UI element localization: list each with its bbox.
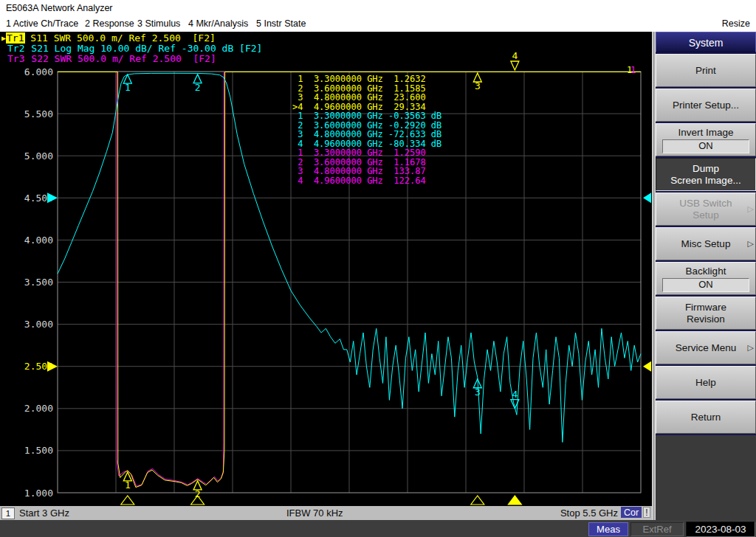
analyzer-window: E5063A Network Analyzer 1 Active Ch/Trac… — [0, 0, 756, 537]
menu-mkr-analysis[interactable]: 4 Mkr/Analysis — [188, 16, 248, 32]
system-clock: 2023-08-03 10:13 — [686, 522, 755, 537]
trace1-badge: Tr1 — [6, 32, 24, 44]
softkey-label: Revision — [656, 313, 755, 325]
softkey-invert-image[interactable]: Invert ImageON — [656, 123, 756, 156]
softkey-dump-screen-image[interactable]: DumpScreen Image... — [656, 158, 756, 191]
warning-badge: ! — [643, 507, 650, 518]
menu-active-ch-trace[interactable]: 1 Active Ch/Trace — [6, 16, 78, 32]
marker-table-row: 4 4.9600000 GHz 122.64 — [292, 176, 441, 186]
softkey-value: ON — [662, 278, 749, 292]
marker-table-row: 1 3.3000000 GHz -0.3563 dB — [292, 111, 441, 121]
trace2-badge: Tr2 — [7, 43, 25, 54]
softkey-return[interactable]: Return — [656, 401, 756, 434]
softkey-label: Print — [656, 65, 755, 77]
marker-table-row: 3 4.8000000 GHz 23.600 — [292, 93, 441, 103]
channel-status-bar: 1 Start 3 GHz IFBW 70 kHz Stop 5.5 GHz C… — [0, 506, 652, 520]
softkey-printer-setup[interactable]: Printer Setup... — [656, 89, 756, 122]
trace3-badge: Tr3 — [7, 53, 25, 64]
marker-table: 1 3.3000000 GHz 1.2632 2 3.6000000 GHz 1… — [292, 75, 441, 185]
softkey-misc-setup[interactable]: Misc Setup▷ — [656, 227, 756, 260]
start-frequency-label: Start 3 GHz — [19, 507, 69, 519]
trace2-status-line[interactable]: Tr2 S21 Log Mag 10.00 dB/ Ref -30.00 dB … — [7, 44, 262, 54]
softkey-print[interactable]: Print — [656, 54, 756, 87]
softkey-firmware-revision[interactable]: FirmwareRevision — [656, 297, 756, 330]
correction-badge: Cor — [621, 507, 642, 518]
softkey-label: Service Menu — [656, 342, 755, 354]
softkey-value: ON — [662, 139, 749, 153]
meas-status-badge: Meas — [588, 522, 628, 536]
softkey-label: Invert Image — [656, 127, 755, 139]
menu-instr-state[interactable]: 5 Instr State — [256, 16, 306, 32]
marker-table-row: 1 3.3000000 GHz 1.2632 — [292, 75, 441, 84]
trace1-format: S11 SWR 500.0 m/ Ref 2.500 [F2] — [25, 32, 216, 44]
softkey-label: Misc Setup — [656, 238, 755, 250]
softkey-label: Dump — [656, 163, 755, 175]
softkey-label: USB Switch — [656, 198, 755, 209]
softkey-label: Return — [656, 412, 755, 423]
softkey-backlight[interactable]: BacklightON — [656, 262, 756, 295]
softkey-service-menu[interactable]: Service Menu▷ — [656, 331, 756, 364]
menu-resize[interactable]: Resize — [722, 16, 750, 32]
marker-table-row: 3 4.8000000 GHz 133.87 — [292, 167, 441, 176]
marker-table-row: 3 4.8000000 GHz -72.633 dB — [292, 130, 441, 139]
ifbw-label: IFBW 70 kHz — [286, 507, 343, 519]
channel-number-badge: 1 — [1, 507, 15, 519]
softkey-menu: System PrintPrinter Setup...Invert Image… — [656, 32, 756, 520]
softkey-label: Backlight — [656, 266, 755, 277]
trace3-format: S22 SWR 500.0 m/ Ref 2.500 [F2] — [25, 53, 216, 64]
window-title: E5063A Network Analyzer — [0, 0, 756, 16]
softkey-help[interactable]: Help — [656, 366, 756, 399]
submenu-arrow-icon: ▷ — [748, 239, 754, 249]
submenu-arrow-icon: ▷ — [748, 204, 754, 214]
stop-frequency-label: Stop 5.5 GHz — [560, 507, 618, 519]
menu-stimulus[interactable]: 3 Stimulus — [137, 16, 180, 32]
menu-response[interactable]: 2 Response — [85, 16, 134, 32]
softkey-label: Setup — [656, 209, 755, 221]
trace1-status-line[interactable]: ▶Tr1 S11 SWR 500.0 m/ Ref 2.500 [F2] — [1, 33, 216, 44]
extref-status-badge: ExtRef — [630, 522, 684, 536]
submenu-arrow-icon: ▷ — [748, 343, 754, 353]
softkey-label: Firmware — [656, 302, 755, 313]
softkey-menu-title: System — [656, 32, 756, 52]
softkey-label: Help — [656, 377, 755, 389]
menu-bar: 1 Active Ch/Trace 2 Response 3 Stimulus … — [0, 16, 756, 32]
marker-table-row: 1 3.3000000 GHz 1.2590 — [292, 148, 441, 158]
trace2-format: S21 Log Mag 10.00 dB/ Ref -30.00 dB [F2] — [25, 43, 262, 54]
system-status-bar: Meas ExtRef 2023-08-03 10:13 — [0, 520, 756, 537]
softkey-usb-switch-setup: USB SwitchSetup▷ — [656, 193, 756, 226]
softkey-label: Printer Setup... — [656, 100, 755, 111]
softkey-label: Screen Image... — [656, 175, 755, 187]
softkey-menu-filler — [656, 435, 756, 520]
trace3-status-line[interactable]: Tr3 S22 SWR 500.0 m/ Ref 2.500 [F2] — [7, 54, 216, 64]
